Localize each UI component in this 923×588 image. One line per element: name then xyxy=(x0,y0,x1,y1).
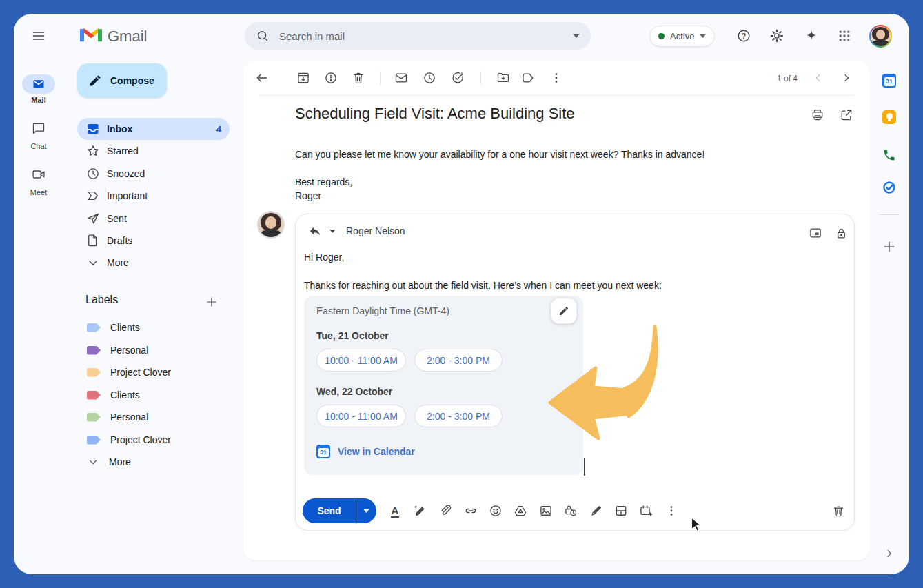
chevron-down-icon xyxy=(87,456,99,468)
sidebar-item-inbox[interactable]: Inbox 4 xyxy=(77,118,230,140)
older-email-button[interactable] xyxy=(834,65,859,90)
timezone-label: Eastern Daylight Time (GMT-4) xyxy=(316,305,449,316)
labels-button[interactable] xyxy=(516,65,540,90)
get-add-ons-button[interactable] xyxy=(875,233,903,261)
sidebar-label-project-clover-1[interactable]: Project Clover xyxy=(77,361,230,383)
time-slot-chip[interactable]: 2:00 - 3:00 PM xyxy=(414,405,503,427)
view-in-calendar-link[interactable]: 31 View in Calendar xyxy=(316,445,415,458)
sidebar-item-drafts[interactable]: Drafts xyxy=(77,230,230,252)
printer-icon xyxy=(811,108,824,122)
toolbar-divider xyxy=(260,95,853,96)
side-panel-keep-button[interactable] xyxy=(875,103,903,131)
time-slot-chip[interactable]: 2:00 - 3:00 PM xyxy=(414,349,503,372)
time-slot-chip[interactable]: 10:00 - 11:00 AM xyxy=(316,405,406,427)
hamburger-icon xyxy=(32,29,45,43)
sidebar-label-project-clover-2[interactable]: Project Clover xyxy=(77,429,230,451)
rail-meet-label[interactable]: Meet xyxy=(14,188,63,196)
kebab-menu-icon xyxy=(549,71,563,85)
sidebar-label-personal-1[interactable]: Personal xyxy=(77,339,230,361)
more-compose-options-button[interactable] xyxy=(660,500,682,522)
reply-type-button[interactable] xyxy=(305,221,325,241)
sidebar-item-label: Snoozed xyxy=(107,168,145,179)
back-button[interactable] xyxy=(250,65,274,90)
sidebar-item-snoozed[interactable]: Snoozed xyxy=(77,163,230,185)
attach-file-button[interactable] xyxy=(434,500,456,522)
label-tag-icon xyxy=(87,413,101,422)
gemini-button[interactable] xyxy=(798,22,825,50)
pop-out-reply-button[interactable] xyxy=(807,224,824,242)
search-bar[interactable] xyxy=(245,22,591,50)
rail-meet-button[interactable] xyxy=(32,168,45,181)
chevron-down-icon[interactable] xyxy=(329,230,336,233)
rail-mail-button[interactable] xyxy=(32,77,45,91)
open-in-new-button[interactable] xyxy=(834,103,859,128)
insert-from-drive-button[interactable] xyxy=(509,500,531,522)
video-camera-icon xyxy=(32,168,45,181)
time-slot-chip[interactable]: 10:00 - 11:00 AM xyxy=(316,349,406,372)
layouts-button[interactable] xyxy=(610,500,632,522)
print-button[interactable] xyxy=(805,103,830,128)
side-panel-calendar-button[interactable]: 31 xyxy=(875,67,903,94)
confidential-mode-button[interactable] xyxy=(560,500,582,522)
rail-chat-button[interactable] xyxy=(32,121,45,135)
sidebar-label-clients-1[interactable]: Clients xyxy=(77,316,230,338)
snooze-button[interactable] xyxy=(417,65,442,90)
sidebar-labels-more[interactable]: More xyxy=(77,451,230,473)
help-icon: ? xyxy=(736,28,751,43)
newer-email-button[interactable] xyxy=(806,65,831,90)
sidebar-item-important[interactable]: Important xyxy=(77,185,230,207)
main-menu-button[interactable] xyxy=(25,22,52,50)
sidebar-item-starred[interactable]: Starred xyxy=(77,140,230,162)
insert-photo-button[interactable] xyxy=(535,500,557,522)
send-options-split[interactable] xyxy=(356,498,376,523)
rail-mail-label[interactable]: Mail xyxy=(14,96,63,104)
search-options-caret-icon[interactable] xyxy=(573,34,580,38)
edit-times-button[interactable] xyxy=(551,298,577,324)
label-name: Clients xyxy=(110,389,140,401)
gmail-window: Gmail Active ? Mail Chat xyxy=(14,14,909,574)
sidebar-item-more[interactable]: More xyxy=(77,252,230,274)
discard-draft-button[interactable] xyxy=(827,500,849,522)
add-to-tasks-button[interactable] xyxy=(445,65,470,90)
email-view-card: 1 of 4 Scheduling Field Visit: Acme Buil… xyxy=(243,61,870,560)
insert-emoji-button[interactable] xyxy=(485,500,507,522)
help-button[interactable]: ? xyxy=(730,22,758,50)
send-button[interactable]: Send xyxy=(303,498,376,523)
help-me-write-button[interactable] xyxy=(409,500,431,522)
propose-meeting-times-button[interactable] xyxy=(635,500,657,522)
email-signoff: Best regards, xyxy=(295,175,352,189)
label-tag-icon xyxy=(87,436,101,445)
reply-header: Roger Nelson xyxy=(305,221,405,241)
hide-side-panel-button[interactable] xyxy=(875,540,903,567)
sidebar-label-personal-2[interactable]: Personal xyxy=(77,406,230,428)
sidebar-item-label: Inbox xyxy=(107,123,132,134)
toolbar-separator xyxy=(480,71,481,85)
settings-button[interactable] xyxy=(763,22,791,50)
confidential-lock-button[interactable] xyxy=(832,224,850,242)
status-selector[interactable]: Active xyxy=(649,26,715,47)
side-panel-tasks-button[interactable] xyxy=(875,174,903,201)
report-spam-button[interactable] xyxy=(318,65,343,90)
mark-unread-button[interactable] xyxy=(389,65,414,90)
search-icon xyxy=(256,29,270,43)
side-panel-voice-button[interactable] xyxy=(875,141,903,169)
delete-button[interactable] xyxy=(346,65,371,90)
insert-signature-button[interactable] xyxy=(585,500,607,522)
chevron-left-icon xyxy=(812,72,824,84)
account-avatar[interactable] xyxy=(869,25,892,48)
more-options-button[interactable] xyxy=(544,65,569,90)
sidebar-item-sent[interactable]: Sent xyxy=(77,207,230,230)
apps-grid-button[interactable] xyxy=(831,22,858,50)
move-to-button[interactable] xyxy=(491,65,516,90)
reply-recipient[interactable]: Roger Nelson xyxy=(346,225,405,236)
search-input[interactable] xyxy=(279,30,563,42)
archive-button[interactable] xyxy=(291,65,316,90)
rail-chat-label[interactable]: Chat xyxy=(14,142,63,150)
insert-link-button[interactable] xyxy=(460,500,482,522)
create-label-button[interactable] xyxy=(202,292,221,312)
magic-pen-icon xyxy=(413,504,427,518)
sidebar-label-clients-2[interactable]: Clients xyxy=(77,384,230,406)
formatting-options-button[interactable]: A xyxy=(384,500,406,522)
compose-button[interactable]: Compose xyxy=(77,63,167,98)
status-label: Active xyxy=(670,31,694,41)
